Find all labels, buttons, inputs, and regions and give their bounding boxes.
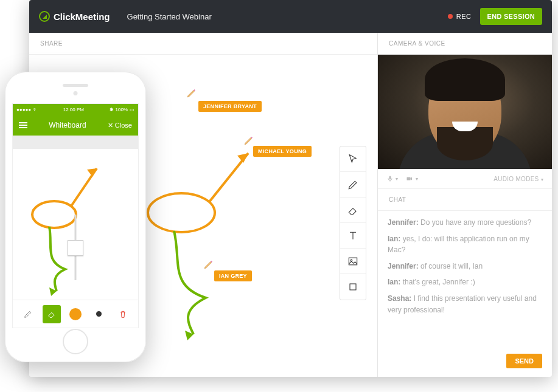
chevron-down-icon: ▾ — [416, 176, 418, 182]
phone-status-bar: ●●●●●ᯤ 12:00 PM ✱100%▭ — [13, 104, 138, 115]
phone-mockup: ●●●●●ᯤ 12:00 PM ✱100%▭ Whiteboard ✕ Clos… — [5, 72, 146, 362]
battery-icon: ▭ — [130, 107, 134, 112]
user-tag: MICHAEL YOUNG — [253, 146, 312, 157]
recording-indicator[interactable]: REC — [448, 13, 472, 20]
eraser-tool[interactable] — [43, 305, 61, 323]
side-panel: CAMERA & VOICE ▾ ▾ AUDIO MODES ▾ CHAT Je… — [378, 33, 552, 377]
phone-subheader — [13, 136, 138, 149]
meeting-title: Getting Started Webinar — [127, 12, 212, 21]
user-tag: JENNIFER BRYANT — [198, 101, 262, 112]
chat-message: Jennifer: of course it will, Ian — [388, 261, 542, 272]
text-tool[interactable] — [340, 223, 366, 249]
svg-rect-1 — [349, 258, 357, 265]
end-session-button[interactable]: END SESSION — [480, 8, 543, 25]
chevron-down-icon: ▾ — [396, 176, 398, 182]
chat-panel-header: CHAT — [378, 189, 552, 211]
svg-point-2 — [350, 260, 352, 261]
phone-title: Whiteboard — [27, 121, 108, 129]
menu-icon[interactable] — [19, 122, 27, 128]
record-dot-icon — [448, 14, 453, 19]
battery-pct: 100% — [116, 107, 128, 112]
shape-tool[interactable] — [340, 274, 366, 300]
share-panel-header: SHARE — [29, 33, 377, 55]
chevron-down-icon: ▾ — [541, 177, 543, 182]
app-header: ClickMeeting Getting Started Webinar REC… — [29, 0, 552, 33]
send-button[interactable]: SEND — [506, 354, 542, 368]
rec-label: REC — [456, 13, 472, 20]
phone-time: 12:00 PM — [63, 107, 84, 112]
pencil-cursor-icon — [243, 135, 254, 146]
pencil-cursor-icon — [186, 88, 197, 98]
svg-point-0 — [148, 193, 215, 232]
phone-toolbar — [13, 300, 138, 328]
chat-message: Jennifer: Do you have any more questions… — [388, 217, 542, 229]
delete-tool[interactable] — [114, 305, 132, 323]
svg-rect-3 — [350, 284, 356, 290]
chat-panel: Jennifer: Do you have any more questions… — [378, 211, 552, 377]
svg-rect-4 — [407, 177, 411, 181]
chat-message: Ian: that's great, Jennifer :) — [388, 277, 542, 288]
wifi-icon: ᯤ — [33, 107, 38, 112]
user-tag: IAN GREY — [214, 270, 252, 281]
audio-modes-button[interactable]: AUDIO MODES ▾ — [493, 176, 543, 182]
phone-screen: ●●●●●ᯤ 12:00 PM ✱100%▭ Whiteboard ✕ Clos… — [12, 103, 139, 328]
brand-name: ClickMeeting — [54, 12, 110, 22]
chat-message: Sasha: I find this presentation very use… — [388, 293, 542, 315]
pencil-cursor-icon — [203, 259, 214, 270]
phone-whiteboard[interactable] — [13, 149, 138, 300]
av-controls: ▾ ▾ AUDIO MODES ▾ — [378, 169, 552, 189]
camera-panel-header: CAMERA & VOICE — [378, 33, 552, 55]
signal-icon: ●●●●● — [16, 107, 31, 112]
chat-message: Ian: yes, I do: will this application ru… — [388, 233, 542, 256]
whiteboard-toolbar — [340, 146, 366, 300]
camera-video[interactable] — [378, 55, 552, 169]
pencil-tool[interactable] — [19, 305, 37, 323]
brand-logo: ClickMeeting — [39, 11, 110, 22]
camera-toggle[interactable]: ▾ — [405, 175, 418, 182]
phone-nav: Whiteboard ✕ Close — [13, 115, 138, 136]
logo-icon — [39, 11, 50, 22]
chat-messages: Jennifer: Do you have any more questions… — [378, 211, 552, 354]
color-orange[interactable] — [66, 305, 85, 323]
color-black[interactable] — [90, 305, 108, 323]
svg-point-5 — [32, 201, 76, 228]
close-button[interactable]: ✕ Close — [108, 122, 132, 129]
select-tool[interactable] — [340, 146, 366, 172]
microphone-toggle[interactable]: ▾ — [386, 175, 398, 182]
size-slider-handle[interactable] — [68, 240, 83, 256]
pencil-tool[interactable] — [340, 172, 366, 198]
bluetooth-icon: ✱ — [110, 107, 114, 112]
header-right: REC END SESSION — [448, 8, 542, 25]
eraser-tool[interactable] — [340, 198, 366, 223]
image-tool[interactable] — [340, 249, 366, 274]
